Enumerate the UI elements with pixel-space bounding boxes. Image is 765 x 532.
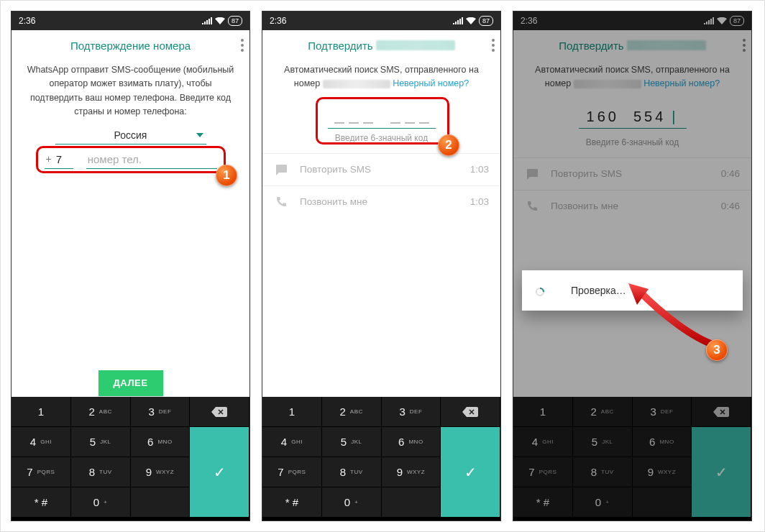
step-badge-2: 2	[438, 134, 459, 156]
key-1[interactable]: 1	[12, 397, 71, 427]
key-confirm[interactable]: ✓	[441, 427, 500, 518]
country-selector[interactable]: Россия	[55, 129, 206, 145]
chevron-down-icon	[196, 133, 203, 137]
key-symbols[interactable]: * #	[262, 487, 322, 518]
check-icon: ✓	[214, 464, 226, 481]
phone-number-row: + 7 номер тел.	[45, 152, 217, 169]
next-button[interactable]: ДАЛЕЕ	[99, 370, 163, 396]
description-text: WhatsApp отправит SMS-сообщение (мобильн…	[12, 60, 249, 129]
status-bar: 2:36 87	[12, 12, 249, 30]
signal-icon	[453, 17, 463, 24]
phone-placeholder: номер тел.	[88, 153, 142, 165]
key-backspace[interactable]	[190, 397, 249, 427]
page-title: Подтверждение номера	[70, 40, 191, 52]
more-menu-button[interactable]	[241, 39, 244, 52]
wrong-number-link[interactable]: Неверный номер?	[393, 78, 469, 88]
call-me-label: Позвонить мне	[300, 196, 459, 207]
key-8[interactable]: 8TUV	[322, 457, 382, 487]
backspace-icon	[211, 407, 227, 417]
key-2[interactable]: 2ABC	[71, 397, 131, 427]
clock: 2:36	[270, 16, 286, 26]
numeric-keypad: 1 2ABC 3DEF 4GHI 5JKL 6MNO ✓ 7PQRS 8TUV …	[262, 397, 500, 520]
code-input[interactable]	[328, 109, 436, 129]
key-backspace[interactable]	[441, 397, 500, 427]
resend-sms-row[interactable]: Повторить SMS 1:03	[262, 153, 500, 185]
key-9[interactable]: 9WXYZ	[382, 457, 441, 487]
key-1[interactable]: 1	[262, 397, 322, 427]
key-7[interactable]: 7PQRS	[12, 457, 71, 487]
phone-icon	[274, 195, 288, 209]
key-confirm[interactable]: ✓	[190, 427, 249, 518]
numeric-keypad: 1 2ABC 3DEF 4GHI 5JKL 6MNO ✓ 7PQRS 8TUV …	[12, 397, 249, 520]
resend-sms-label: Повторить SMS	[300, 164, 459, 175]
step-badge-1: 1	[216, 165, 237, 186]
key-3[interactable]: 3DEF	[382, 397, 441, 427]
key-5[interactable]: 5JKL	[322, 427, 382, 457]
signal-icon	[202, 17, 212, 24]
sms-icon	[274, 162, 288, 177]
phone-screen-3: 2:36 87 Подтвердить Автоматический поиск…	[513, 11, 752, 521]
description-text: Автоматический поиск SMS, отправленного …	[262, 60, 500, 101]
plus-sign: +	[46, 153, 52, 165]
key-6[interactable]: 6MNO	[131, 427, 191, 457]
dialog-text: Проверка…	[571, 285, 626, 296]
status-icons: 87	[453, 16, 493, 26]
key-8[interactable]: 8TUV	[71, 457, 131, 487]
more-menu-button[interactable]	[492, 39, 495, 52]
key-4[interactable]: 4GHI	[12, 427, 71, 457]
backspace-icon	[462, 407, 478, 417]
key-4[interactable]: 4GHI	[262, 427, 322, 457]
code-hint: Введите 6-значный код	[262, 133, 500, 143]
next-button-label: ДАЛЕЕ	[114, 377, 148, 388]
battery-icon: 87	[479, 16, 493, 26]
page-title-prefix: Подтвердить	[308, 40, 372, 52]
phone-screen-1: 2:36 87 Подтверждение номера WhatsApp от…	[11, 11, 250, 521]
country-code-value: 7	[56, 153, 72, 165]
clock: 2:36	[19, 16, 35, 26]
status-icons: 87	[202, 16, 242, 26]
check-icon: ✓	[464, 464, 477, 481]
options-list: Повторить SMS 1:03 Позвонить мне 1:03	[262, 153, 500, 218]
app-header: Подтвердить	[262, 30, 500, 60]
phone-screen-2: 2:36 87 Подтвердить Автоматический поиск…	[262, 11, 501, 521]
key-0[interactable]: 0+	[322, 487, 382, 518]
app-header: Подтверждение номера	[12, 30, 249, 60]
status-bar: 2:36 87	[262, 12, 500, 30]
wifi-icon	[466, 17, 476, 24]
key-9[interactable]: 9WXYZ	[131, 457, 191, 487]
key-6[interactable]: 6MNO	[382, 427, 441, 457]
resend-sms-timer: 1:03	[470, 164, 489, 175]
call-me-row[interactable]: Позвонить мне 1:03	[262, 185, 500, 218]
battery-icon: 87	[228, 16, 242, 26]
key-empty	[131, 487, 191, 518]
key-0[interactable]: 0+	[71, 487, 131, 518]
call-me-timer: 1:03	[470, 196, 489, 207]
spinner-icon	[535, 287, 542, 294]
key-5[interactable]: 5JKL	[71, 427, 131, 457]
key-7[interactable]: 7PQRS	[262, 457, 322, 487]
modal-overlay	[513, 12, 751, 520]
country-code-input[interactable]: + 7	[45, 152, 73, 169]
phone-number-input[interactable]: номер тел.	[86, 152, 217, 169]
key-2[interactable]: 2ABC	[322, 397, 382, 427]
redacted-number	[376, 40, 455, 50]
step-badge-3: 3	[706, 339, 728, 361]
wifi-icon	[215, 17, 225, 24]
key-empty	[382, 487, 441, 518]
key-symbols[interactable]: * #	[12, 487, 71, 518]
redacted-number-inline	[323, 80, 390, 88]
country-value: Россия	[114, 129, 147, 141]
key-3[interactable]: 3DEF	[131, 397, 191, 427]
